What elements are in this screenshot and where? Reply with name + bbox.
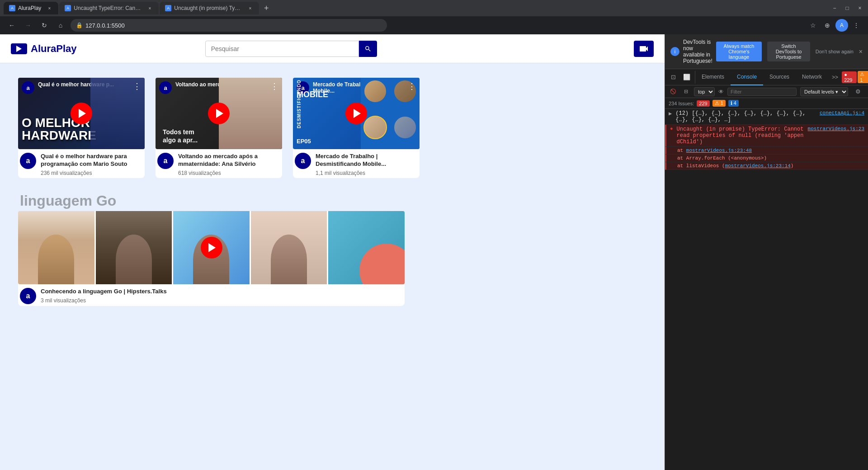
console-settings-button[interactable]: ⚙	[852, 85, 864, 98]
home-button[interactable]: ⌂	[54, 19, 67, 32]
console-filter-input[interactable]	[727, 88, 797, 96]
error-stack-3: at listaVideos (mostrarVideos.js:23:14)	[677, 163, 864, 169]
console-output: ▶ (12) [{…}, {…}, {…}, {…}, {…}, {…}, {……	[665, 109, 868, 470]
url-text: 127.0.0.1:5500	[85, 22, 382, 29]
video-options-1[interactable]: ⋮	[133, 81, 141, 91]
console-log-source[interactable]: conectaApi.js:4	[820, 110, 864, 116]
dont-show-again-button[interactable]: Don't show again	[816, 49, 854, 54]
settings-button[interactable]: ⋮	[850, 19, 863, 32]
new-tab-button[interactable]: +	[260, 2, 273, 14]
always-match-button[interactable]: Always match Chrome's language	[716, 42, 762, 61]
linguagem-go-text: linguagem Go	[18, 193, 646, 209]
extension-button[interactable]: ⊕	[821, 19, 834, 32]
notification-text: DevTools is now available in Portuguese!	[683, 39, 712, 64]
play-icon	[16, 46, 22, 52]
video-card-3[interactable]: a Mercado de Trabalho | Desmistificando …	[293, 78, 420, 178]
play-triangle-3	[354, 109, 361, 118]
error-stack-1: at mostrarVideos.js:23:48	[677, 148, 864, 153]
log-levels-selector[interactable]: Default levels ▾	[800, 87, 848, 96]
tab-close-3[interactable]: ×	[246, 5, 254, 12]
switch-portuguese-button[interactable]: Switch DevTools to Portuguese	[767, 42, 810, 61]
channel-avatar-1: a	[20, 153, 36, 169]
video-views-3: 1,1 mil visualizações	[316, 170, 418, 176]
error-detail-2: at Array.forEach (<anonymous>)	[665, 155, 868, 162]
video-thumbnail-3: a Mercado de Trabalho | Desmistificando …	[293, 78, 420, 149]
tab-typeerror1[interactable]: A Uncaught TypeError: Cannot rea... ×	[59, 2, 159, 14]
issues-info-count: ℹ 4	[728, 100, 739, 107]
error-detail-3: at listaVideos (mostrarVideos.js:23:14)	[665, 162, 868, 170]
browser-chrome: A AluraPlay × A Uncaught TypeError: Cann…	[0, 0, 868, 34]
minimize-button[interactable]: −	[830, 4, 839, 13]
video-card-1[interactable]: a Qual é o melhor hardware p... O MELHOR…	[18, 78, 145, 178]
tab-sources[interactable]: Sources	[763, 69, 796, 85]
error-stack-link-2[interactable]: mostrarVideos.js:23:14	[725, 163, 791, 169]
back-button[interactable]: ←	[5, 19, 18, 32]
channel-avatar-3: a	[295, 153, 311, 169]
tab-aluraplay[interactable]: A AluraPlay ×	[4, 2, 58, 14]
tab-title-1: AluraPlay	[18, 5, 41, 11]
expand-arrow-1[interactable]: ▶	[669, 110, 672, 117]
console-line-error: ● Uncaught (in promise) TypeError: Canno…	[665, 125, 868, 147]
error-stack-2: at Array.forEach (<anonymous>)	[677, 155, 864, 161]
profile-button[interactable]: A	[835, 19, 848, 32]
video-card-2[interactable]: a Voltando ao mercado após ... Todos tem…	[156, 78, 282, 178]
play-button-1[interactable]	[71, 103, 92, 124]
video-title-text-2: Voltando ao mercado após a mmaternidade:…	[178, 153, 280, 168]
tab-bar: A AluraPlay × A Uncaught TypeError: Cann…	[0, 0, 868, 16]
console-error-source[interactable]: mostrarVideos.js:23	[808, 126, 864, 132]
context-selector[interactable]: top	[694, 87, 715, 96]
devtools-tab-bar: ⊡ ⬜ Elements Console Sources Network >> …	[665, 69, 868, 85]
console-error-content: Uncaught (in promise) TypeError: Cannot …	[677, 126, 804, 145]
device-emulator-button[interactable]: ⬜	[680, 71, 693, 84]
video-views-1: 236 mil visualizações	[41, 170, 143, 176]
console-line-log: ▶ (12) [{…}, {…}, {…}, {…}, {…}, {…}, {……	[665, 109, 868, 125]
console-filter-button[interactable]: ⊟	[681, 87, 690, 96]
tab-console[interactable]: Console	[731, 69, 763, 85]
restore-button[interactable]: □	[843, 4, 852, 13]
tab-close-1[interactable]: ×	[46, 5, 53, 12]
tab-typeerror2[interactable]: A Uncaught (in promise) TypeErro... ×	[160, 2, 259, 14]
video-info-1: a Qual é o melhor hardware para programa…	[18, 149, 145, 178]
video-card-wide[interactable]: a Conhecendo a linguagem Go | Hipsters.T…	[18, 211, 405, 306]
clear-console-button[interactable]: 🚫	[669, 87, 678, 96]
aluraplay-header: AluraPlay	[0, 34, 665, 63]
search-container	[205, 41, 377, 57]
more-tabs-button[interactable]: >>	[828, 74, 842, 80]
video-grid: a Qual é o melhor hardware p... O MELHOR…	[0, 63, 434, 193]
error-stack-link-1[interactable]: mostrarVideos.js:23:48	[686, 148, 752, 153]
thumb-text-2b: algo a apr...	[163, 136, 198, 144]
play-triangle-1	[79, 109, 86, 118]
video-details-wide: Conhecendo a linguagem Go | Hipsters.Tal…	[41, 288, 403, 304]
devtools-notification: i DevTools is now available in Portugues…	[665, 34, 868, 69]
lock-icon: 🔒	[76, 22, 83, 28]
video-options-2[interactable]: ⋮	[270, 81, 278, 91]
notification-close-button[interactable]: ×	[859, 48, 863, 55]
console-toolbar: 🚫 ⊟ top 👁 Default levels ▾ ⚙	[665, 85, 868, 98]
add-icon	[638, 43, 649, 54]
tab-close-2[interactable]: ×	[146, 5, 153, 12]
tab-elements[interactable]: Elements	[695, 69, 731, 85]
add-video-button[interactable]	[634, 41, 654, 57]
forward-button[interactable]: →	[22, 19, 34, 32]
play-button-3[interactable]	[345, 103, 367, 124]
select-element-button[interactable]: ⊡	[667, 71, 679, 84]
eye-button[interactable]: 👁	[718, 89, 724, 95]
play-button-2[interactable]	[208, 103, 230, 124]
video-thumbnail-1: a Qual é o melhor hardware p... O MELHOR…	[18, 78, 145, 149]
play-triangle-2	[216, 109, 223, 118]
video-details-3: Mercado de Trabalho | Desmistificando Mo…	[316, 153, 418, 176]
channel-avatar-2: a	[157, 153, 174, 169]
video-info-3: a Mercado de Trabalho | Desmistificando …	[293, 149, 420, 178]
reload-button[interactable]: ↻	[38, 19, 51, 32]
bookmark-button[interactable]: ☆	[807, 19, 819, 32]
url-bar[interactable]: 🔒 127.0.0.1:5500	[71, 19, 387, 32]
thumb-desm-text: DESMISTIFICANDO	[297, 101, 302, 128]
search-button[interactable]	[359, 41, 377, 57]
tab-favicon-1: A	[9, 5, 15, 11]
video-title-text-1: Qual é o melhor hardware para programaçã…	[41, 153, 143, 168]
close-window-button[interactable]: ×	[855, 4, 864, 13]
play-button-wide[interactable]	[201, 237, 222, 258]
tab-network[interactable]: Network	[796, 69, 828, 85]
search-input[interactable]	[205, 41, 359, 57]
video-options-3[interactable]: ⋮	[408, 81, 416, 91]
